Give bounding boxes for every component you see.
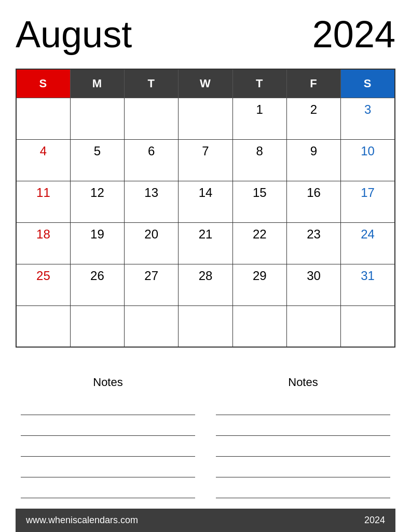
calendar-day: 3 [341,98,395,139]
calendar-day: 2 [286,98,340,139]
calendar-grid: S M T W T F S 12345678910111213141516171… [16,69,395,348]
header-monday: M [70,69,124,98]
calendar-day [125,98,179,139]
calendar-week-3: 11121314151617 [16,181,395,222]
notes-line-3 [21,438,195,457]
calendar-body: 1234567891011121314151617181920212223242… [16,98,395,347]
calendar-day: 7 [179,139,232,181]
calendar-day: 11 [16,181,70,222]
calendar-week-2: 45678910 [16,139,395,181]
calendar-day [179,98,232,139]
notes-line-9 [216,459,390,477]
calendar-week-5: 25262728293031 [16,264,395,305]
header-thursday: T [232,69,286,98]
calendar-day: 5 [70,139,124,181]
calendar-day: 16 [286,181,340,222]
notes-line-8 [216,438,390,457]
page: August 2024 S M T W T F S 12345678910111… [0,0,411,532]
calendar-day: 12 [70,181,124,222]
calendar-day: 21 [179,222,232,264]
year-title: 2024 [312,16,395,53]
calendar-week-1: 123 [16,98,395,139]
notes-line-1 [21,397,195,415]
header-saturday: S [341,69,395,98]
calendar-day: 1 [232,98,286,139]
calendar-day: 20 [125,222,179,264]
notes-line-10 [216,480,390,498]
calendar-day: 17 [341,181,395,222]
notes-line-5 [21,480,195,498]
header-sunday: S [16,69,70,98]
calendar-day: 30 [286,264,340,305]
notes-left-label: Notes [21,376,195,389]
calendar-day: 27 [125,264,179,305]
calendar-day [232,305,286,347]
calendar-day: 8 [232,139,286,181]
calendar-day: 15 [232,181,286,222]
calendar-day [341,305,395,347]
calendar-week-6 [16,305,395,347]
calendar-container: S M T W T F S 12345678910111213141516171… [16,69,395,365]
footer-url: www.wheniscalendars.com [26,515,138,526]
calendar-day: 18 [16,222,70,264]
calendar-day [70,305,124,347]
footer: www.wheniscalendars.com 2024 [16,509,395,532]
calendar-day [286,305,340,347]
footer-year: 2024 [364,515,385,526]
header: August 2024 [16,16,395,53]
header-wednesday: W [179,69,232,98]
calendar-day: 29 [232,264,286,305]
calendar-day: 6 [125,139,179,181]
header-tuesday: T [125,69,179,98]
calendar-day: 24 [341,222,395,264]
calendar-day: 9 [286,139,340,181]
calendar-day: 14 [179,181,232,222]
calendar-day [16,305,70,347]
calendar-day [179,305,232,347]
notes-right-column: Notes [216,376,390,501]
month-title: August [16,16,132,53]
notes-line-4 [21,459,195,477]
calendar-day [70,98,124,139]
notes-line-7 [216,418,390,436]
header-friday: F [286,69,340,98]
notes-line-6 [216,397,390,415]
calendar-day: 13 [125,181,179,222]
notes-right-label: Notes [216,376,390,389]
calendar-day: 26 [70,264,124,305]
notes-left-column: Notes [21,376,195,501]
calendar-day: 28 [179,264,232,305]
days-header-row: S M T W T F S [16,69,395,98]
calendar-day: 22 [232,222,286,264]
notes-line-2 [21,418,195,436]
calendar-day: 4 [16,139,70,181]
calendar-day: 10 [341,139,395,181]
calendar-day: 19 [70,222,124,264]
calendar-week-4: 18192021222324 [16,222,395,264]
calendar-day: 31 [341,264,395,305]
calendar-day: 25 [16,264,70,305]
calendar-day: 23 [286,222,340,264]
calendar-day [16,98,70,139]
notes-section: Notes Notes [16,376,395,501]
calendar-day [125,305,179,347]
